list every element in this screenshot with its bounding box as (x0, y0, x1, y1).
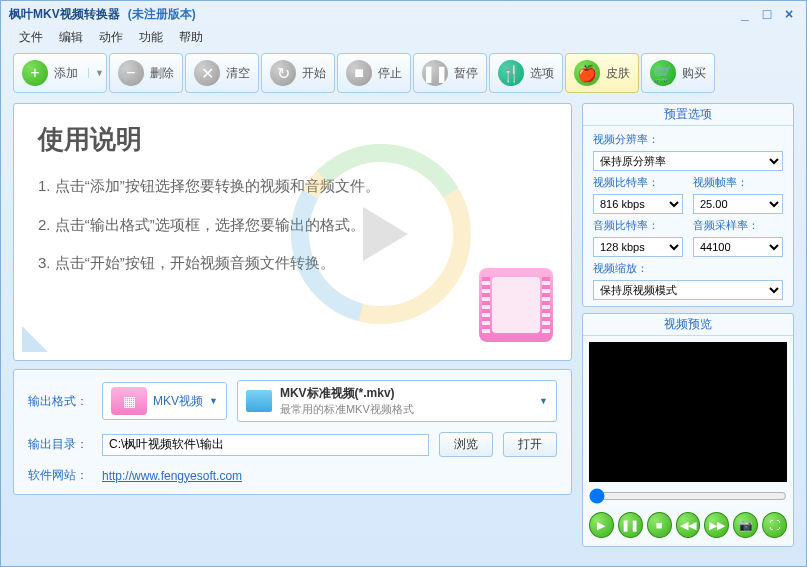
format-icon: ▦ (111, 387, 147, 415)
preset-panel: 预置选项 视频分辨率： 保持原分辨率 视频比特率： 视频帧率： 816 kbps… (582, 103, 794, 307)
pause-icon: ❚❚ (422, 60, 448, 86)
output-panel: 输出格式： ▦ MKV视频 ▼ MKV标准视频(*.mkv) 最常用的标准MKV… (13, 369, 572, 495)
zoom-label: 视频缩放： (593, 262, 648, 274)
chevron-down-icon: ▼ (209, 396, 218, 406)
toolbar: + 添加 ▼ − 删除 ✕ 清空 ↻ 开始 ■ 停止 ❚❚ 暂停 🍴 选项 � (1, 49, 806, 97)
video-bitrate-label: 视频比特率： (593, 175, 683, 190)
stop-button[interactable]: ■ 停止 (337, 53, 411, 93)
zoom-select[interactable]: 保持原视频模式 (593, 280, 783, 300)
options-button[interactable]: 🍴 选项 (489, 53, 563, 93)
menu-edit[interactable]: 编辑 (51, 27, 91, 49)
preview-slider[interactable] (589, 488, 787, 504)
svg-marker-3 (363, 207, 408, 261)
audio-bitrate-select[interactable]: 128 kbps (593, 237, 683, 257)
output-format-label: 输出格式： (28, 393, 92, 410)
app-title: 枫叶MKV视频转换器 (9, 6, 120, 23)
preview-screen (589, 342, 787, 482)
output-format-select[interactable]: ▦ MKV视频 ▼ (102, 382, 227, 420)
corner-decoration (22, 326, 48, 352)
app-window: 枫叶MKV视频转换器 (未注册版本) _ □ × 文件 编辑 动作 功能 帮助 … (0, 0, 807, 567)
start-button[interactable]: ↻ 开始 (261, 53, 335, 93)
snapshot-button[interactable]: 📷 (733, 512, 758, 538)
close-button[interactable]: × (780, 7, 798, 21)
pause-button[interactable]: ❚❚ 暂停 (413, 53, 487, 93)
unregistered-label: (未注册版本) (128, 6, 196, 23)
site-link[interactable]: http://www.fengyesoft.com (102, 469, 242, 483)
resolution-select[interactable]: 保持原分辨率 (593, 151, 783, 171)
video-bitrate-select[interactable]: 816 kbps (593, 194, 683, 214)
minimize-button[interactable]: _ (736, 7, 754, 21)
play-button[interactable]: ▶ (589, 512, 614, 538)
site-label: 软件网站： (28, 467, 92, 484)
clear-button[interactable]: ✕ 清空 (185, 53, 259, 93)
resolution-label: 视频分辨率： (593, 133, 659, 145)
preview-title: 视频预览 (583, 314, 793, 336)
menu-file[interactable]: 文件 (11, 27, 51, 49)
next-button[interactable]: ▶▶ (704, 512, 729, 538)
skin-button[interactable]: 🍎 皮肤 (565, 53, 639, 93)
prev-button[interactable]: ◀◀ (676, 512, 701, 538)
video-fps-label: 视频帧率： (693, 175, 783, 190)
menu-help[interactable]: 帮助 (171, 27, 211, 49)
chevron-down-icon: ▼ (539, 396, 548, 406)
fullscreen-button[interactable]: ⛶ (762, 512, 787, 538)
video-fps-select[interactable]: 25.00 (693, 194, 783, 214)
pause-preview-button[interactable]: ❚❚ (618, 512, 643, 538)
clear-icon: ✕ (194, 60, 220, 86)
output-dir-input[interactable] (102, 434, 429, 456)
film-icon (479, 268, 553, 342)
delete-button[interactable]: − 删除 (109, 53, 183, 93)
minus-icon: − (118, 60, 144, 86)
open-button[interactable]: 打开 (503, 432, 557, 457)
menu-function[interactable]: 功能 (131, 27, 171, 49)
browse-button[interactable]: 浏览 (439, 432, 493, 457)
preset-title: 预置选项 (583, 104, 793, 126)
apple-icon: 🍎 (574, 60, 600, 86)
menubar: 文件 编辑 动作 功能 帮助 (1, 27, 806, 49)
maximize-button[interactable]: □ (758, 7, 776, 21)
stop-icon: ■ (346, 60, 372, 86)
menu-action[interactable]: 动作 (91, 27, 131, 49)
stop-preview-button[interactable]: ■ (647, 512, 672, 538)
chevron-down-icon[interactable]: ▼ (88, 68, 98, 78)
options-icon: 🍴 (498, 60, 524, 86)
folder-icon (246, 390, 272, 412)
audio-samplerate-select[interactable]: 44100 (693, 237, 783, 257)
logo-watermark-icon (291, 144, 471, 324)
buy-button[interactable]: 🛒 购买 (641, 53, 715, 93)
audio-bitrate-label: 音频比特率： (593, 218, 683, 233)
start-icon: ↻ (270, 60, 296, 86)
add-button[interactable]: + 添加 ▼ (13, 53, 107, 93)
cart-icon: 🛒 (650, 60, 676, 86)
plus-icon: + (22, 60, 48, 86)
instructions-panel: 使用说明 1. 点击“添加”按钮选择您要转换的视频和音频文件。 2. 点击“输出… (13, 103, 572, 361)
audio-samplerate-label: 音频采样率： (693, 218, 783, 233)
format-description[interactable]: MKV标准视频(*.mkv) 最常用的标准MKV视频格式 ▼ (237, 380, 557, 422)
preview-panel: 视频预览 ▶ ❚❚ ■ ◀◀ ▶▶ 📷 ⛶ (582, 313, 794, 547)
output-dir-label: 输出目录： (28, 436, 92, 453)
titlebar: 枫叶MKV视频转换器 (未注册版本) _ □ × (1, 1, 806, 27)
